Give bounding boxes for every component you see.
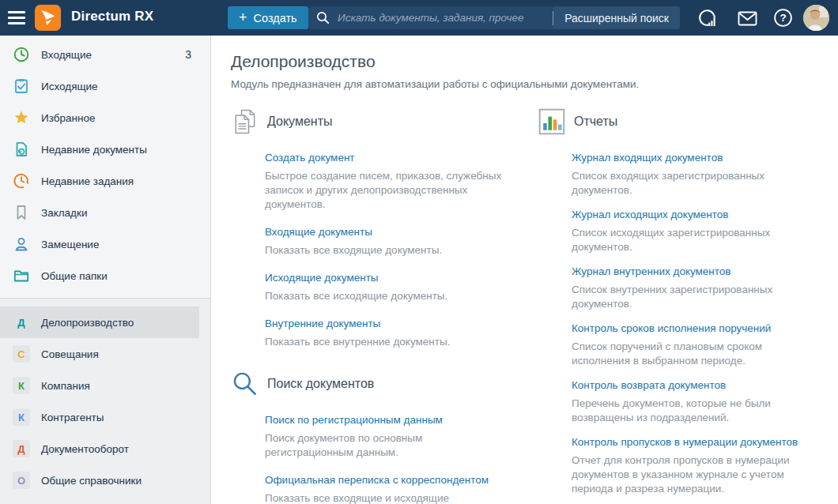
action-incoming-documents: Входящие документы Показать все входящие… [265, 224, 538, 258]
sidebar-item-bookmarks[interactable]: Закладки [0, 197, 199, 228]
report-description: Отчет для контроля пропусков в нумерации… [572, 453, 809, 496]
action-link[interactable]: Внутренние документы [265, 316, 380, 332]
section-title: Отчеты [574, 115, 617, 129]
action-link[interactable]: Исходящие документы [265, 270, 379, 286]
search-icon [231, 370, 259, 398]
advanced-search-label: Расширенный поиск [564, 12, 669, 24]
sidebar-item-label: Входящие [41, 49, 92, 61]
action-description: Быстрое создание писем, приказов, служеб… [265, 169, 502, 212]
report-return-control: Контроль возврата документов Перечень до… [572, 378, 830, 425]
sidebar-module-company[interactable]: К Компания [0, 370, 199, 401]
person-icon [13, 235, 30, 253]
sidebar-module-records-management[interactable]: Д Делопроизводство [0, 307, 199, 338]
module-letter-icon: Д [13, 314, 30, 331]
help-icon[interactable]: ? [772, 7, 794, 28]
star-icon [13, 109, 30, 126]
app-title: Directum RX [71, 9, 153, 24]
report-link[interactable]: Журнал входящих документов [572, 150, 723, 166]
report-link[interactable]: Журнал внутренних документов [572, 264, 731, 280]
report-link[interactable]: Контроль сроков исполнения поручений [572, 321, 771, 337]
sidebar: Входящие 3 Исходящие Избранное Недавни [0, 36, 211, 504]
clipboard-check-icon [13, 77, 30, 95]
action-description: Показать все внутренние документы. [265, 335, 502, 349]
activity-icon[interactable] [696, 7, 718, 28]
sidebar-item-recent-tasks[interactable]: Недавние задания [0, 165, 199, 197]
sidebar-item-label: Недавние задания [41, 175, 134, 187]
advanced-search-button[interactable]: Расширенный поиск [553, 6, 680, 29]
user-avatar[interactable] [803, 5, 829, 31]
action-link[interactable]: Входящие документы [265, 224, 372, 240]
module-letter-icon: К [13, 408, 30, 426]
bar-chart-icon [538, 107, 566, 136]
action-description: Показать все исходящие документы. [265, 289, 502, 303]
bookmark-icon [13, 204, 30, 221]
sidebar-item-favorites[interactable]: Избранное [0, 102, 199, 134]
sidebar-item-outbox[interactable]: Исходящие [0, 70, 199, 102]
sidebar-item-recent-documents[interactable]: Недавние документы [0, 134, 199, 165]
module-letter-icon: О [13, 472, 30, 489]
sidebar-item-label: Совещания [41, 348, 99, 360]
sidebar-module-counterparties[interactable]: К Контрагенты [0, 401, 199, 433]
report-numbering-gaps-control: Контроль пропусков в нумерации документо… [572, 434, 830, 496]
mail-icon[interactable] [737, 8, 758, 29]
sidebar-modules-group: Д Делопроизводство С Совещания К Компани… [0, 299, 210, 504]
action-link[interactable]: Создать документ [265, 150, 355, 166]
sidebar-item-label: Общие папки [41, 270, 108, 282]
create-button-label: Создать [254, 12, 297, 24]
page-title: Делопроизводство [231, 52, 830, 71]
action-internal-documents: Внутренние документы Показать все внутре… [265, 316, 538, 349]
sidebar-item-substitution[interactable]: Замещение [0, 228, 199, 260]
sidebar-item-label: Контрагенты [41, 412, 104, 423]
report-deadline-control: Контроль сроков исполнения поручений Спи… [572, 321, 830, 368]
sidebar-item-label: Исходящие [41, 81, 98, 92]
plus-icon: + [239, 10, 247, 24]
sidebar-item-label: Недавние документы [41, 144, 147, 156]
module-letter-icon: К [13, 377, 30, 394]
section-document-search: Поиск документов Поиск по регистрационны… [231, 370, 538, 504]
folder-icon [13, 267, 30, 284]
module-letter-icon: Д [13, 440, 30, 457]
action-description: Показать все входящие документы. [265, 243, 502, 258]
report-description: Список исходящих зарегистрированных доку… [572, 226, 809, 254]
sidebar-item-label: Общие справочники [41, 475, 142, 487]
report-link[interactable]: Журнал исходящих документов [572, 207, 728, 223]
sidebar-primary-group: Входящие 3 Исходящие Избранное Недавни [0, 36, 210, 298]
sidebar-module-shared-directories[interactable]: О Общие справочники [0, 465, 199, 496]
sidebar-item-label: Компания [41, 380, 90, 392]
sidebar-item-shared-folders[interactable]: Общие папки [0, 260, 199, 291]
sidebar-item-label: Делопроизводство [41, 317, 134, 329]
clock-icon [13, 46, 30, 63]
report-link[interactable]: Контроль возврата документов [572, 378, 726, 393]
sidebar-item-label: Замещение [41, 239, 99, 250]
create-button[interactable]: + Создать [228, 6, 308, 29]
recent-task-icon [13, 172, 30, 190]
action-description: Показать все входящие и исходящие докуме… [265, 491, 502, 504]
inbox-count-badge: 3 [185, 48, 194, 61]
search-input[interactable] [336, 11, 553, 24]
sidebar-item-inbox[interactable]: Входящие 3 [0, 39, 199, 70]
action-link[interactable]: Поиск по регистрационным данным [265, 412, 443, 428]
action-link[interactable]: Официальная переписка с корреспондентом [265, 472, 489, 488]
action-search-registration-data: Поиск по регистрационным данным Поиск до… [265, 412, 538, 460]
sidebar-module-meetings[interactable]: С Совещания [0, 338, 199, 370]
right-column: Отчеты Журнал входящих документов Список… [538, 107, 830, 504]
sidebar-item-label: Документооборот [41, 443, 129, 455]
section-reports: Отчеты Журнал входящих документов Список… [538, 107, 830, 496]
report-description: Список входящих зарегистрированных докум… [572, 169, 809, 197]
top-bar: Directum RX + Создать Расширенный поиск … [0, 0, 838, 36]
section-title: Документы [267, 115, 332, 129]
action-outgoing-documents: Исходящие документы Показать все исходящ… [265, 270, 538, 303]
report-incoming-log: Журнал входящих документов Список входящ… [572, 150, 830, 197]
sidebar-module-docflow[interactable]: Д Документооборот [0, 433, 199, 465]
report-description: Список поручений с плановым сроком испол… [572, 340, 809, 368]
action-description: Поиск документов по основным регистрацио… [265, 431, 502, 460]
sidebar-item-label: Избранное [41, 112, 95, 124]
action-create-document: Создать документ Быстрое создание писем,… [265, 150, 538, 212]
report-link[interactable]: Контроль пропусков в нумерации документо… [572, 434, 798, 450]
help-glyph: ? [779, 12, 786, 24]
global-search: Расширенный поиск [308, 6, 680, 29]
search-icon [316, 11, 330, 24]
left-column: Документы Создать документ Быстрое созда… [231, 107, 538, 504]
recent-document-icon [13, 141, 30, 158]
menu-icon[interactable] [8, 9, 25, 26]
